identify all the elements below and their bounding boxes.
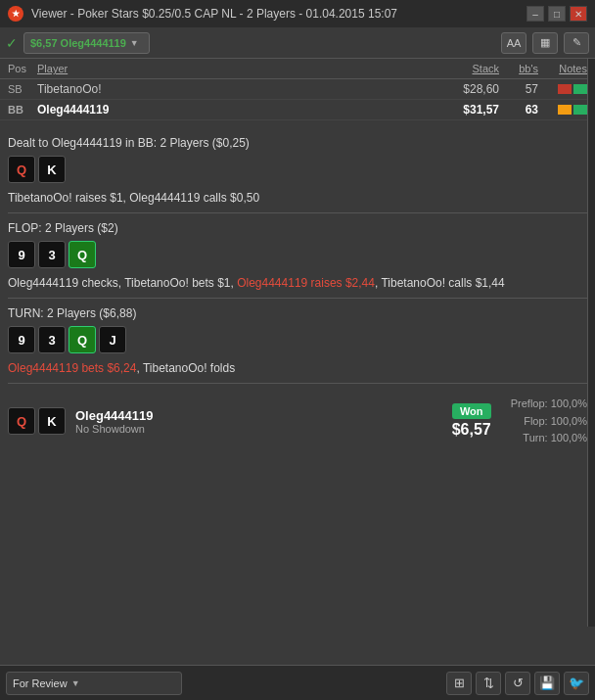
review-arrow: ▼ (71, 678, 80, 688)
col-player-header: Player (37, 63, 431, 74)
winner-card-q: Q (8, 407, 35, 435)
review-label: For Review (13, 677, 68, 689)
flop-action: Oleg4444119 checks, TibetanoOo! bets $1,… (8, 274, 587, 292)
twitter-button[interactable]: 🐦 (564, 672, 589, 695)
winner-info: Oleg4444119 No Showdown (75, 408, 433, 435)
turn-card-q: Q (69, 326, 96, 353)
notes-bb (538, 105, 587, 115)
pos-sb: SB (8, 83, 37, 95)
flop-action-highlight: Oleg4444119 raises $2,44 (237, 276, 375, 290)
save-button[interactable]: 💾 (534, 672, 560, 695)
flop-card-q: Q (69, 241, 96, 268)
bbs-sb: 57 (499, 82, 538, 96)
winner-cards: Q K (8, 407, 66, 435)
refresh-button[interactable]: ↺ (505, 672, 530, 695)
winner-sub: No Showdown (75, 423, 433, 435)
flag-green-bb (573, 105, 587, 115)
divider-3 (8, 383, 587, 384)
window-controls: – □ ✕ (526, 6, 587, 22)
top-toolbar: ✓ $6,57 Oleg4444119 ▼ AA ▦ ✎ (0, 27, 595, 59)
pencil-button[interactable]: ✎ (564, 32, 589, 54)
hand-value: $6,57 Oleg4444119 (30, 37, 126, 49)
won-amount: $6,57 (452, 421, 491, 439)
flag-green-sb (573, 84, 587, 94)
preflop-card-k: K (38, 156, 66, 183)
turn-card-j: J (99, 326, 126, 353)
stat-preflop: Preflop: 100,0% (511, 396, 587, 413)
bottom-toolbar: For Review ▼ ⊞ ⇅ ↺ 💾 🐦 (0, 665, 595, 700)
winner-card-k: K (38, 407, 66, 435)
name-bb: Oleg4444119 (37, 103, 431, 117)
hand-selector-arrow: ▼ (130, 38, 139, 48)
flop-action-normal2: , TibetanoOo! calls $1,44 (375, 276, 505, 290)
app-logo: ★ (8, 6, 23, 22)
preflop-label: Dealt to Oleg4444119 in BB: 2 Players ($… (8, 136, 587, 150)
turn-card-9: 9 (8, 326, 35, 353)
stat-flop: Flop: 100,0% (511, 413, 587, 431)
hand-selector[interactable]: $6,57 Oleg4444119 ▼ (23, 32, 150, 54)
player-row-sb: SB TibetanoOo! $28,60 57 (0, 79, 595, 100)
divider-2 (8, 298, 587, 299)
name-sb: TibetanoOo! (37, 82, 431, 96)
minimize-button[interactable]: – (526, 6, 544, 22)
preflop-action: TibetanoOo! raises $1, Oleg4444119 calls… (8, 189, 587, 207)
aa-button[interactable]: AA (501, 32, 526, 54)
winner-section: Q K Oleg4444119 No Showdown Won $6,57 Pr… (8, 390, 587, 453)
close-button[interactable]: ✕ (570, 6, 587, 22)
updown-button[interactable]: ⇅ (476, 672, 501, 695)
winner-name: Oleg4444119 (75, 408, 433, 423)
title-bar: ★ Viewer - Poker Stars $0.25/0.5 CAP NL … (0, 0, 595, 27)
turn-cards: 9 3 Q J (8, 326, 587, 353)
col-notes-header: Notes (538, 63, 587, 74)
stack-bb: $31,57 (431, 103, 499, 117)
turn-action-highlight: Oleg4444119 bets $6,24 (8, 361, 136, 375)
for-review-select[interactable]: For Review ▼ (6, 672, 182, 695)
main-content: Dealt to Oleg4444119 in BB: 2 Players ($… (0, 120, 595, 461)
turn-card-3: 3 (38, 326, 66, 353)
flag-red-sb (558, 84, 572, 94)
flop-action-normal1: Oleg4444119 checks, TibetanoOo! bets $1, (8, 276, 237, 290)
flop-card-3: 3 (38, 241, 66, 268)
flop-label: FLOP: 2 Players ($2) (8, 221, 587, 235)
turn-label: TURN: 2 Players ($6,88) (8, 306, 587, 320)
table-button[interactable]: ⊞ (446, 672, 472, 695)
col-pos-header: Pos (8, 63, 37, 74)
stack-sb: $28,60 (431, 82, 499, 96)
maximize-button[interactable]: □ (548, 6, 566, 22)
col-stack-header: Stack (431, 63, 499, 74)
stats-container: Preflop: 100,0% Flop: 100,0% Turn: 100,0… (511, 396, 587, 447)
divider-1 (8, 212, 587, 213)
preflop-action-text: TibetanoOo! raises $1, Oleg4444119 calls… (8, 191, 259, 205)
preflop-card-q: Q (8, 156, 35, 183)
col-bbs-header: bb's (499, 63, 538, 74)
flop-card-9: 9 (8, 241, 35, 268)
stat-turn: Turn: 100,0% (511, 430, 587, 447)
notes-sb (538, 84, 587, 94)
player-row-bb: BB Oleg4444119 $31,57 63 (0, 100, 595, 120)
won-badge: Won (452, 403, 491, 419)
grid-button[interactable]: ▦ (532, 32, 558, 54)
pos-bb: BB (8, 104, 37, 116)
window-title: Viewer - Poker Stars $0.25/0.5 CAP NL - … (31, 7, 526, 21)
column-headers: Pos Player Stack bb's Notes (0, 59, 595, 79)
turn-action-normal: , TibetanoOo! folds (136, 361, 235, 375)
won-container: Won $6,57 (442, 403, 501, 439)
turn-action: Oleg4444119 bets $6,24, TibetanoOo! fold… (8, 359, 587, 377)
right-scrollbar[interactable] (587, 59, 595, 627)
flag-yellow-bb (558, 105, 572, 115)
check-icon: ✓ (6, 35, 18, 51)
preflop-cards: Q K (8, 156, 587, 183)
bbs-bb: 63 (499, 103, 538, 117)
flop-cards: 9 3 Q (8, 241, 587, 268)
